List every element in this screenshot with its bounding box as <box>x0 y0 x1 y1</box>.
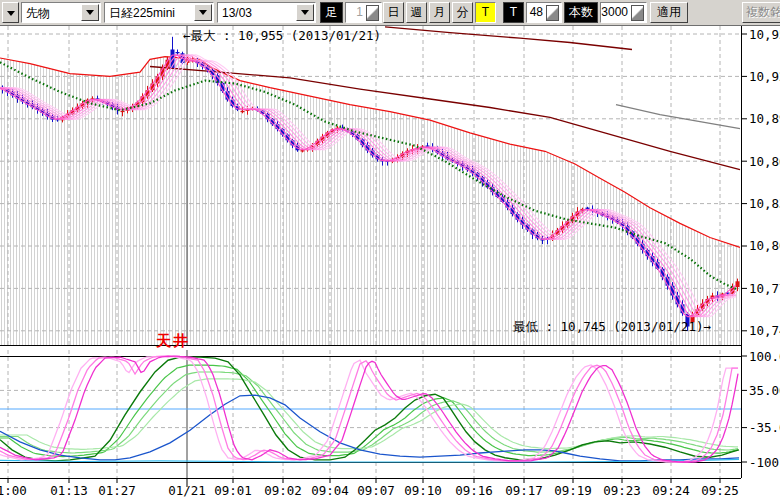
period-minute-button[interactable]: 分 <box>452 2 473 23</box>
time-tick-label: 01:27 <box>98 483 136 498</box>
oscillator-tick-label: -100.0 <box>749 455 780 470</box>
ceiling-label: 天井 <box>155 332 190 350</box>
price-tick-label: 10,805 <box>749 238 780 253</box>
tick-count-value: 48 <box>527 3 545 22</box>
apply-button[interactable]: 適用 <box>650 2 688 23</box>
time-tick-label: 09:07 <box>357 483 395 498</box>
time-tick-label: 01:13 <box>50 483 88 498</box>
toolbar: 先物 日経225mini 13/03 足 1 日 週 月 分 T T 48 本数… <box>0 0 780 26</box>
count-label: 本数 <box>564 2 598 23</box>
bar-label: 足 <box>320 2 343 23</box>
chevron-down-icon <box>7 11 15 16</box>
time-tick-label: 09:04 <box>311 483 349 498</box>
spinner-icon[interactable] <box>546 5 559 21</box>
chevron-down-icon[interactable] <box>81 4 99 21</box>
chevron-down-icon[interactable] <box>194 4 212 21</box>
max-price-annotation: ←最大 : 10,955 (2013/01/21) <box>183 28 381 43</box>
tick-count-input[interactable]: 48 <box>526 2 562 23</box>
time-tick-label: 09:19 <box>554 483 592 498</box>
oscillator-tick-label: 100.00 <box>749 349 780 364</box>
instrument-select[interactable]: 日経225mini <box>104 2 214 23</box>
interval-input[interactable]: 1 <box>345 2 382 23</box>
contract-month-value: 13/03 <box>218 3 295 22</box>
oscillator-tick-label: -35.00 <box>749 420 780 435</box>
period-month-button[interactable]: 月 <box>429 2 450 23</box>
time-tick-label: 09:24 <box>652 483 690 498</box>
time-tick-label: 01/21 <box>168 483 206 498</box>
instrument-type-value: 先物 <box>22 3 80 22</box>
time-tick-label: 09:23 <box>603 483 641 498</box>
time-tick-label: 09:01 <box>214 483 252 498</box>
time-tick-label: 09:02 <box>264 483 302 498</box>
corner-dropdown-button[interactable] <box>2 2 19 23</box>
price-tick-label: 10,955 <box>749 27 780 42</box>
contract-month-select[interactable]: 13/03 <box>217 2 316 23</box>
spinner-icon[interactable] <box>366 5 379 21</box>
period-week-button[interactable]: 週 <box>406 2 427 23</box>
chevron-down-icon[interactable] <box>296 4 314 21</box>
price-tick-label: 10,895 <box>749 111 780 126</box>
price-tick-label: 10,865 <box>749 154 780 169</box>
bar-count-input[interactable]: 3000 <box>600 2 647 23</box>
chart-canvas[interactable]: 10,95510,92510,89510,86510,83510,80510,7… <box>0 0 780 501</box>
price-tick-label: 10,835 <box>749 196 780 211</box>
price-tick-label: 10,775 <box>749 281 780 296</box>
price-tick-label: 10,745 <box>749 323 780 338</box>
time-tick-label: 09:25 <box>701 483 739 498</box>
period-day-button[interactable]: 日 <box>383 2 404 23</box>
time-tick-label: 09:16 <box>455 483 493 498</box>
period-tick-button[interactable]: T <box>475 2 496 23</box>
time-tick-label: 09:17 <box>505 483 543 498</box>
multi-symbol-button: 複数銘柄 <box>742 2 780 23</box>
instrument-type-select[interactable]: 先物 <box>21 2 101 23</box>
price-tick-label: 10,925 <box>749 69 780 84</box>
chart-application-window: 先物 日経225mini 13/03 足 1 日 週 月 分 T T 48 本数… <box>0 0 780 501</box>
spinner-icon[interactable] <box>631 5 644 21</box>
tick-label: T <box>503 2 524 23</box>
time-tick-label: 09:10 <box>404 483 442 498</box>
oscillator-tick-label: 35.00 <box>749 383 780 398</box>
bar-count-value: 3000 <box>601 3 630 22</box>
time-tick-label: 01:00 <box>0 483 27 498</box>
instrument-value: 日経225mini <box>105 3 193 22</box>
min-price-annotation: 最低 : 10,745 (2013/01/21)→ <box>513 319 712 334</box>
interval-value: 1 <box>346 3 365 22</box>
